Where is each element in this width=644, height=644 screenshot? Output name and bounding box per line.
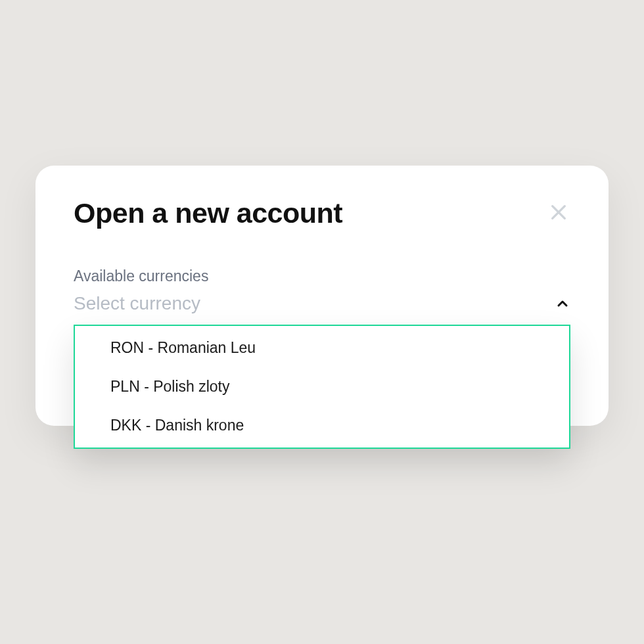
- currency-option-dkk[interactable]: DKK - Danish krone: [75, 406, 569, 448]
- currency-field-label: Available currencies: [74, 267, 570, 285]
- currency-option-ron[interactable]: RON - Romanian Leu: [75, 326, 569, 367]
- currency-select-placeholder: Select currency: [74, 293, 200, 314]
- close-button[interactable]: [547, 202, 570, 225]
- currency-option-pln[interactable]: PLN - Polish zloty: [75, 367, 569, 406]
- currency-select-wrapper: Select currency RON - Romanian Leu PLN -…: [74, 293, 570, 321]
- modal-title: Open a new account: [74, 197, 342, 229]
- currency-dropdown: RON - Romanian Leu PLN - Polish zloty DK…: [74, 325, 570, 449]
- chevron-up-icon: [555, 296, 570, 311]
- modal-header: Open a new account: [74, 197, 570, 229]
- close-icon: [548, 202, 569, 225]
- currency-select[interactable]: Select currency: [74, 293, 570, 321]
- open-account-modal: Open a new account Available currencies …: [35, 166, 609, 426]
